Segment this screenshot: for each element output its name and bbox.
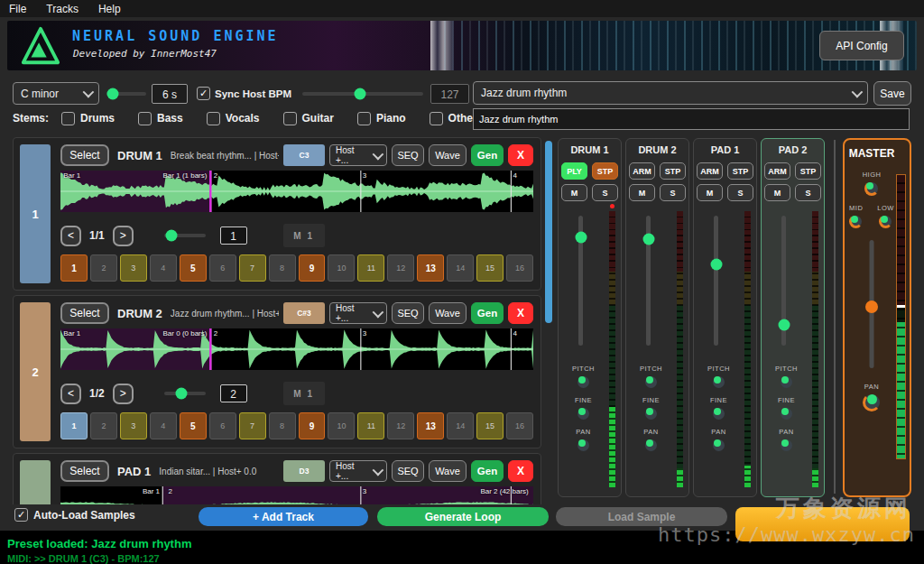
track-waveform[interactable]: Bar 1Bar 1 (1 bars)234 bbox=[60, 171, 533, 212]
step-15[interactable]: 15 bbox=[476, 254, 504, 282]
bpm-slider[interactable] bbox=[302, 92, 423, 96]
step-5[interactable]: 5 bbox=[180, 254, 207, 282]
duration-slider[interactable] bbox=[106, 92, 146, 96]
bpm-slider-thumb[interactable] bbox=[355, 88, 366, 99]
key-select[interactable]: C minor bbox=[13, 82, 99, 105]
step-13[interactable]: 13 bbox=[417, 412, 444, 439]
step-3[interactable]: 3 bbox=[120, 254, 147, 282]
track-value-box[interactable]: 2 bbox=[220, 384, 247, 402]
track-color-strip[interactable]: 1 bbox=[20, 144, 51, 283]
track-host-select[interactable]: Host +... bbox=[329, 460, 387, 482]
step-16[interactable]: 16 bbox=[506, 254, 533, 282]
step-7[interactable]: 7 bbox=[239, 254, 266, 282]
duration-value[interactable]: 6 s bbox=[152, 84, 188, 104]
api-config-button[interactable]: API Config bbox=[819, 31, 904, 60]
master-low-knob[interactable] bbox=[880, 216, 892, 227]
checkbox-box[interactable] bbox=[207, 112, 220, 125]
track-note-button[interactable]: D3 bbox=[283, 460, 325, 482]
variation-next-button[interactable]: > bbox=[113, 226, 134, 246]
step-6[interactable]: 6 bbox=[209, 254, 236, 282]
track-select-button[interactable]: Select bbox=[60, 144, 109, 166]
track-list-scrollbar[interactable] bbox=[545, 141, 552, 323]
track-slider[interactable] bbox=[164, 234, 206, 237]
sync-host-bpm-checkbox[interactable] bbox=[197, 87, 210, 100]
fine-knob[interactable] bbox=[713, 408, 725, 420]
auto-load-samples-checkbox[interactable] bbox=[14, 508, 28, 522]
pitch-knob[interactable] bbox=[713, 376, 725, 388]
step-4[interactable]: 4 bbox=[150, 412, 177, 439]
track-slider-thumb[interactable] bbox=[165, 230, 177, 242]
step-15[interactable]: 15 bbox=[476, 412, 504, 439]
variation-prev-button[interactable]: < bbox=[60, 384, 81, 404]
track-wave-button[interactable]: Wave bbox=[429, 144, 467, 166]
track-wave-button[interactable]: Wave bbox=[429, 460, 467, 482]
checkbox-box[interactable] bbox=[138, 112, 152, 125]
track-gen-button[interactable]: Gen bbox=[471, 302, 504, 324]
pitch-knob[interactable] bbox=[645, 376, 657, 388]
stem-checkbox-other[interactable]: Other bbox=[430, 112, 477, 125]
step-8[interactable]: 8 bbox=[269, 412, 296, 439]
master-mid-knob[interactable] bbox=[850, 216, 862, 227]
variation-next-button[interactable]: > bbox=[113, 384, 134, 404]
generate-loop-button[interactable]: Generate Loop bbox=[377, 507, 549, 526]
step-12[interactable]: 12 bbox=[387, 412, 414, 439]
channel-fader-handle[interactable] bbox=[710, 258, 722, 270]
step-5[interactable]: 5 bbox=[180, 412, 207, 439]
track-color-strip[interactable]: 3 bbox=[20, 460, 51, 504]
channel-solo-button[interactable]: S bbox=[592, 184, 618, 201]
channel-arm-play-button[interactable]: ARM bbox=[629, 162, 655, 180]
channel-fader-handle[interactable] bbox=[778, 319, 790, 331]
track-m1-button[interactable]: M 1 bbox=[283, 224, 325, 247]
channel-mute-button[interactable]: M bbox=[561, 184, 587, 201]
stem-checkbox-bass[interactable]: Bass bbox=[138, 112, 183, 125]
step-11[interactable]: 11 bbox=[357, 254, 384, 282]
track-seq-button[interactable]: SEQ bbox=[392, 302, 424, 324]
pan-knob[interactable] bbox=[578, 439, 589, 451]
track-waveform[interactable]: Bar 1Bar 0 (0 bars)234 bbox=[60, 328, 533, 370]
variation-prev-button[interactable]: < bbox=[60, 226, 81, 246]
track-host-select[interactable]: Host +... bbox=[329, 302, 387, 324]
add-track-button[interactable]: + Add Track bbox=[199, 507, 368, 526]
pan-knob[interactable] bbox=[781, 439, 792, 451]
stem-checkbox-drums[interactable]: Drums bbox=[61, 112, 115, 125]
duration-slider-thumb[interactable] bbox=[106, 88, 118, 99]
step-14[interactable]: 14 bbox=[447, 412, 474, 439]
step-7[interactable]: 7 bbox=[239, 412, 266, 439]
track-note-button[interactable]: C3 bbox=[283, 144, 325, 166]
fine-knob[interactable] bbox=[578, 408, 589, 420]
pan-knob[interactable] bbox=[645, 439, 657, 451]
step-3[interactable]: 3 bbox=[120, 412, 147, 439]
channel-solo-button[interactable]: S bbox=[727, 184, 753, 201]
step-16[interactable]: 16 bbox=[506, 412, 533, 439]
track-wave-button[interactable]: Wave bbox=[429, 302, 467, 324]
step-2[interactable]: 2 bbox=[90, 412, 117, 439]
master-fader[interactable] bbox=[845, 236, 899, 372]
step-1[interactable]: 1 bbox=[60, 412, 88, 439]
track-gen-button[interactable]: Gen bbox=[471, 144, 504, 166]
track-gen-button[interactable]: Gen bbox=[471, 460, 504, 482]
channel-solo-button[interactable]: S bbox=[795, 184, 821, 201]
channel-arm-play-button[interactable]: ARM bbox=[764, 162, 790, 180]
track-seq-button[interactable]: SEQ bbox=[392, 460, 424, 482]
channel-arm-play-button[interactable]: ARM bbox=[697, 162, 723, 180]
track-value-box[interactable]: 1 bbox=[220, 227, 247, 245]
channel-arm-play-button[interactable]: PLY bbox=[561, 162, 587, 180]
master-pan-knob[interactable] bbox=[864, 394, 880, 411]
track-waveform[interactable]: Bar 123Bar 2 (42 bars) bbox=[60, 486, 533, 504]
track-select-button[interactable]: Select bbox=[60, 460, 109, 482]
track-seq-button[interactable]: SEQ bbox=[392, 144, 424, 166]
channel-mute-button[interactable]: M bbox=[764, 184, 790, 201]
step-10[interactable]: 10 bbox=[328, 254, 355, 282]
stem-checkbox-vocals[interactable]: Vocals bbox=[207, 112, 260, 125]
step-14[interactable]: 14 bbox=[447, 254, 474, 282]
track-note-button[interactable]: C#3 bbox=[283, 302, 325, 324]
track-slider-thumb[interactable] bbox=[176, 388, 188, 400]
channel-fader-handle[interactable] bbox=[575, 232, 587, 244]
channel-stop-button[interactable]: STP bbox=[592, 162, 618, 180]
preset-select[interactable]: Jazz drum rhythm bbox=[473, 81, 868, 105]
step-6[interactable]: 6 bbox=[209, 412, 236, 439]
channel-solo-button[interactable]: S bbox=[660, 184, 686, 201]
step-2[interactable]: 2 bbox=[90, 254, 117, 282]
step-9[interactable]: 9 bbox=[299, 254, 326, 282]
step-12[interactable]: 12 bbox=[387, 254, 414, 282]
